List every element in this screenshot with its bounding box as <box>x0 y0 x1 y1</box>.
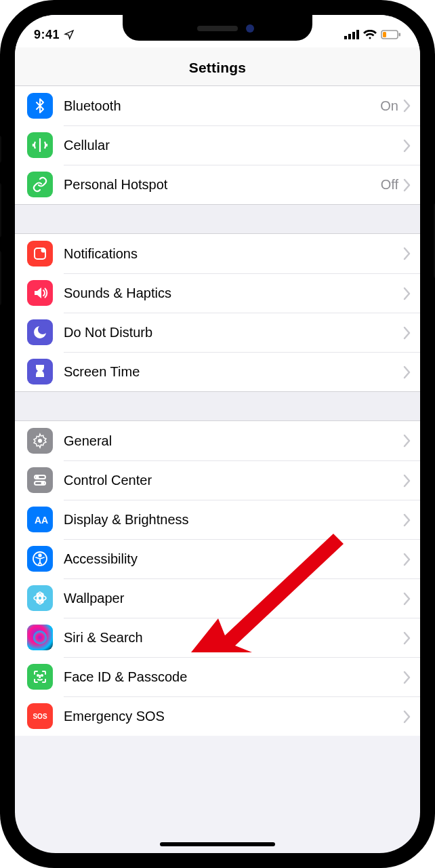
cellular-icon <box>27 132 53 158</box>
row-label: Display & Brightness <box>64 512 402 528</box>
svg-rect-5 <box>399 33 401 37</box>
svg-point-16 <box>39 554 41 557</box>
siri-icon <box>27 625 53 650</box>
notifications-icon <box>27 241 53 267</box>
svg-rect-2 <box>352 32 355 39</box>
chevron-right-icon <box>402 474 411 488</box>
svg-point-22 <box>33 631 47 644</box>
row-label: Wallpaper <box>64 591 402 606</box>
row-label: Face ID & Passcode <box>64 669 402 685</box>
settings-row-display[interactable]: AADisplay & Brightness <box>15 500 420 539</box>
svg-point-11 <box>37 476 39 478</box>
row-label: General <box>64 433 402 449</box>
settings-row-hotspot[interactable]: Personal HotspotOff <box>15 165 420 204</box>
chevron-right-icon <box>402 434 411 448</box>
row-label: Siri & Search <box>64 630 402 646</box>
settings-list[interactable]: BluetoothOnCellularPersonal HotspotOffNo… <box>15 86 420 736</box>
settings-row-bluetooth[interactable]: BluetoothOn <box>15 86 420 125</box>
screen: 9:41 Settings BluetoothOnC <box>15 15 420 853</box>
chevron-right-icon <box>402 247 411 260</box>
settings-row-controlcenter[interactable]: Control Center <box>15 460 420 500</box>
display-icon: AA <box>27 507 53 532</box>
controlcenter-icon <box>27 467 53 493</box>
row-label: Bluetooth <box>64 98 380 114</box>
battery-icon <box>381 30 401 39</box>
svg-point-24 <box>41 675 43 676</box>
speaker-grille <box>197 26 238 31</box>
row-label: Do Not Disturb <box>64 325 402 340</box>
chevron-right-icon <box>402 513 411 527</box>
front-camera <box>246 24 254 33</box>
accessibility-icon <box>27 546 53 572</box>
group-spacer <box>15 391 420 421</box>
row-label: Control Center <box>64 473 402 488</box>
chevron-right-icon <box>402 710 411 724</box>
row-label: Emergency SOS <box>64 709 402 724</box>
settings-group: GeneralControl CenterAADisplay & Brightn… <box>15 421 420 736</box>
row-label: Sounds & Haptics <box>64 285 402 301</box>
volume-down-button <box>0 251 1 305</box>
settings-row-wallpaper[interactable]: Wallpaper <box>15 578 420 618</box>
chevron-right-icon <box>402 99 411 113</box>
settings-row-faceid[interactable]: Face ID & Passcode <box>15 657 420 696</box>
chevron-right-icon <box>402 326 411 340</box>
general-icon <box>27 428 53 454</box>
row-label: Accessibility <box>64 551 402 567</box>
settings-group: BluetoothOnCellularPersonal HotspotOff <box>15 86 420 204</box>
settings-row-sos[interactable]: SOSEmergency SOS <box>15 696 420 736</box>
settings-row-cellular[interactable]: Cellular <box>15 125 420 165</box>
settings-row-dnd[interactable]: Do Not Disturb <box>15 313 420 352</box>
sos-icon: SOS <box>27 703 53 729</box>
faceid-icon <box>27 664 53 690</box>
settings-row-sounds[interactable]: Sounds & Haptics <box>15 273 420 313</box>
chevron-right-icon <box>402 592 411 606</box>
chevron-right-icon <box>402 366 411 379</box>
svg-rect-3 <box>356 30 359 39</box>
page-header: Settings <box>15 47 420 86</box>
wifi-icon <box>363 30 377 39</box>
settings-row-siri[interactable]: Siri & Search <box>15 618 420 657</box>
svg-text:AA: AA <box>35 515 48 526</box>
chevron-right-icon <box>402 671 411 684</box>
notch <box>123 15 312 41</box>
svg-point-23 <box>37 675 39 676</box>
svg-rect-6 <box>383 32 386 37</box>
row-label: Cellular <box>64 138 402 153</box>
chevron-right-icon <box>402 553 411 566</box>
bluetooth-icon <box>27 93 53 119</box>
chevron-right-icon <box>402 287 411 300</box>
volume-up-button <box>0 183 1 237</box>
svg-point-8 <box>41 248 46 253</box>
row-label: Personal Hotspot <box>64 177 381 193</box>
hotspot-icon <box>27 172 53 197</box>
svg-point-9 <box>38 439 42 443</box>
group-spacer <box>15 204 420 234</box>
row-detail: Off <box>381 177 398 193</box>
svg-text:SOS: SOS <box>33 713 47 720</box>
settings-row-accessibility[interactable]: Accessibility <box>15 539 420 578</box>
svg-rect-0 <box>344 36 347 39</box>
device-frame: 9:41 Settings BluetoothOnC <box>0 0 435 868</box>
svg-point-13 <box>42 482 44 484</box>
sounds-icon <box>27 280 53 306</box>
row-label: Notifications <box>64 246 402 262</box>
svg-rect-1 <box>348 34 351 39</box>
dnd-icon <box>27 319 53 345</box>
chevron-right-icon <box>402 139 411 153</box>
cellular-signal-icon <box>344 30 359 39</box>
row-detail: On <box>380 98 398 114</box>
screentime-icon <box>27 359 53 384</box>
mute-switch <box>0 136 1 163</box>
settings-row-general[interactable]: General <box>15 421 420 460</box>
settings-row-screentime[interactable]: Screen Time <box>15 352 420 391</box>
chevron-right-icon <box>402 178 411 192</box>
row-label: Screen Time <box>64 364 402 380</box>
wallpaper-icon <box>27 585 53 611</box>
settings-group: NotificationsSounds & HapticsDo Not Dist… <box>15 234 420 391</box>
settings-row-notifications[interactable]: Notifications <box>15 234 420 273</box>
page-title: Settings <box>15 60 420 76</box>
status-time: 9:41 <box>34 28 60 42</box>
location-icon <box>64 29 75 40</box>
home-indicator[interactable] <box>160 842 275 846</box>
chevron-right-icon <box>402 631 411 645</box>
